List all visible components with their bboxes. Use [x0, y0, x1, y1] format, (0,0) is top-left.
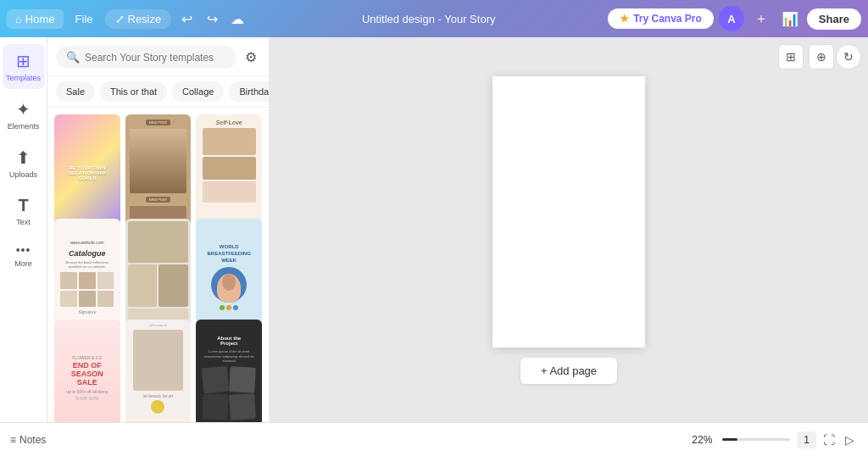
elements-label: Elements	[8, 122, 40, 131]
try-canva-label: Try Canva Pro	[633, 13, 702, 25]
home-label: Home	[25, 13, 55, 25]
zoom-value: 22%	[687, 434, 717, 446]
topbar-center: Untitled design - Your Story	[253, 13, 604, 25]
chip-collage[interactable]: Collage	[172, 81, 224, 102]
zoom-controls: 22%	[687, 434, 790, 446]
canvas-page-wrap	[492, 76, 645, 348]
topbar: ⌂ Home File ⤢ Resize ↩ ↪ ☁ Untitled desi…	[0, 0, 868, 37]
share-label: Share	[819, 13, 849, 25]
resize-label: Resize	[128, 13, 162, 25]
template-card[interactable]: NEW POST NEW POST	[125, 114, 192, 231]
search-icon: 🔍	[66, 51, 80, 64]
sidebar-item-more[interactable]: ••• More	[3, 236, 45, 275]
try-canva-button[interactable]: ★ Try Canva Pro	[608, 8, 714, 29]
file-label: File	[75, 13, 93, 25]
chip-this-or-that[interactable]: This or that	[100, 81, 167, 102]
bottom-bar: ≡ Notes 22% 1 ⛶ ▷	[0, 422, 868, 456]
zoom-slider[interactable]	[722, 438, 790, 441]
undo-button[interactable]: ↩	[175, 7, 198, 31]
more-label: More	[14, 259, 32, 268]
fullscreen-button[interactable]: ⛶	[820, 430, 838, 450]
template-card[interactable]: www.website.com Catalogue Browse the lat…	[54, 219, 120, 336]
sidebar-item-templates[interactable]: ⊞ Templates	[3, 44, 45, 89]
bottom-right-buttons: 1 ⛶ ▷	[797, 430, 858, 450]
resize-button[interactable]: ⤢ Resize	[105, 9, 172, 29]
sidebar-item-uploads[interactable]: ⬆ Uploads	[3, 141, 45, 186]
zoom-slider-fill	[722, 438, 737, 441]
text-label: Text	[16, 218, 31, 226]
chip-birthday[interactable]: Birthday	[229, 81, 269, 102]
notes-icon: ≡	[10, 434, 16, 446]
grid-button[interactable]: ⊞	[778, 44, 804, 70]
add-page-button[interactable]: + Add page	[520, 358, 617, 384]
chip-sale[interactable]: Sale	[56, 81, 95, 102]
add-page-canvas-button[interactable]: ⊕	[809, 44, 834, 70]
sidebar-item-text[interactable]: T Text	[3, 189, 45, 233]
elements-icon: ✦	[16, 99, 31, 120]
template-card[interactable]	[125, 219, 192, 336]
text-icon: T	[18, 196, 28, 215]
add-button[interactable]: ＋	[749, 7, 773, 31]
resize-icon: ⤢	[115, 13, 125, 25]
search-bar: 🔍 ⚙	[47, 37, 269, 76]
notes-button[interactable]: ≡ Notes	[10, 434, 46, 446]
topbar-left: ⌂ Home File ⤢ Resize ↩ ↪ ☁	[7, 7, 249, 31]
refresh-button[interactable]: ↻	[836, 44, 861, 70]
document-title: Untitled design - Your Story	[362, 13, 496, 25]
new-post-badge: NEW POST	[146, 120, 170, 125]
template-card[interactable]: BE YOUR OWNRELATIONSHIPGOALS	[54, 114, 120, 231]
template-card[interactable]: About theProject Lorem ipsum dolor sit a…	[196, 320, 262, 422]
page-indicator[interactable]: 1	[797, 431, 816, 448]
sidebar-item-elements[interactable]: ✦ Elements	[3, 92, 45, 137]
home-button[interactable]: ⌂ Home	[7, 9, 64, 29]
page-number: 1	[804, 434, 810, 446]
uploads-icon: ⬆	[16, 147, 31, 168]
cloud-button[interactable]: ☁	[225, 7, 249, 31]
avatar-button[interactable]: A	[719, 6, 744, 31]
share-button[interactable]: Share	[807, 8, 861, 30]
home-icon: ⌂	[15, 13, 22, 25]
new-post-badge-2: NEW POST	[146, 197, 170, 203]
notes-label: Notes	[19, 434, 46, 446]
topbar-right: ★ Try Canva Pro A ＋ 📊 Share	[608, 6, 861, 31]
templates-label: Templates	[6, 74, 41, 82]
star-icon: ★	[620, 13, 629, 25]
undo-redo-group: ↩ ↪ ☁	[175, 7, 249, 31]
left-sidebar: ⊞ Templates ✦ Elements ⬆ Uploads T Text …	[0, 37, 47, 422]
file-button[interactable]: File	[67, 9, 102, 29]
canvas-page	[492, 76, 645, 348]
search-input-wrap[interactable]: 🔍	[56, 46, 236, 69]
avatar-label: A	[727, 13, 735, 25]
main-layout: ⊞ Templates ✦ Elements ⬆ Uploads T Text …	[0, 37, 868, 422]
filter-chips: Sale This or that Collage Birthday ›	[47, 76, 269, 108]
present-button[interactable]: ▷	[842, 430, 858, 450]
templates-panel: 🔍 ⚙ Sale This or that Collage Birthday ›…	[47, 37, 270, 422]
template-card[interactable]: @beauty.co let beauty be art	[125, 320, 192, 422]
redo-button[interactable]: ↪	[200, 7, 224, 31]
analytics-button[interactable]: 📊	[778, 7, 802, 31]
add-page-label: + Add page	[541, 364, 597, 377]
template-card[interactable]: WORLDBREASTFEEDINGWEEK	[196, 219, 262, 336]
filter-button[interactable]: ⚙	[242, 46, 260, 69]
more-icon: •••	[16, 243, 31, 257]
template-card[interactable]: Self·Love	[196, 114, 262, 231]
template-card[interactable]: FLOWER & CO END OF SEASONSALE up to 50% …	[54, 320, 120, 422]
templates-grid: BE YOUR OWNRELATIONSHIPGOALS NEW POST NE…	[47, 108, 269, 422]
uploads-label: Uploads	[9, 170, 37, 179]
canvas-toolbar: ⊞ ⊕	[778, 44, 834, 70]
templates-icon: ⊞	[16, 51, 31, 71]
canvas-area: ⊞ ⊕ ↻ + Add page	[270, 37, 868, 422]
search-input[interactable]	[85, 52, 226, 64]
